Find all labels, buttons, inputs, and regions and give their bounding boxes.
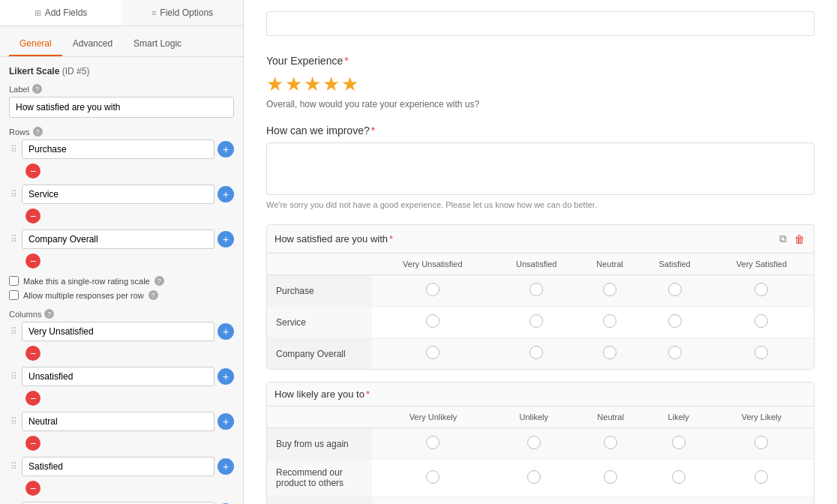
multiple-responses-help-icon[interactable]: ? (148, 290, 158, 300)
sub-tab-smart-logic[interactable]: Smart Logic (123, 32, 192, 56)
likert-2-cell-2-3[interactable] (574, 460, 648, 496)
star-4[interactable]: ★ (322, 73, 340, 96)
add-row-1-button[interactable]: + (218, 141, 234, 158)
likert-1-copy-button[interactable]: ⧉ (778, 231, 788, 247)
likert-1-col-header-4: Satisfied (640, 254, 710, 275)
star-2[interactable]: ★ (285, 73, 302, 96)
single-row-help-icon[interactable]: ? (154, 276, 164, 286)
add-row-3-button[interactable]: + (218, 231, 234, 248)
drag-handle-1[interactable]: ⠿ (9, 142, 19, 156)
drag-handle-col-1[interactable]: ⠿ (9, 325, 19, 338)
row-item-1: ⠿ + (9, 140, 234, 159)
rows-help-icon[interactable]: ? (33, 127, 43, 136)
col-item-1: ⠿ + (9, 322, 234, 341)
row-input-2[interactable] (22, 184, 214, 204)
columns-section: Columns ? ⠿ + − ⠿ + − ⠿ + (9, 309, 234, 504)
col-input-3[interactable] (22, 412, 214, 431)
drag-handle-col-3[interactable]: ⠿ (9, 415, 19, 428)
likert-1-cell-3-5[interactable] (710, 338, 814, 370)
star-1[interactable]: ★ (266, 73, 284, 96)
likert-2-cell-3-2[interactable] (494, 496, 574, 505)
label-help-icon[interactable]: ? (32, 84, 42, 94)
top-tabs: ⊞ Add Fields ≡ Field Options (0, 0, 243, 26)
likert-1-cell-2-2[interactable] (494, 307, 580, 338)
add-row-2-button[interactable]: + (218, 186, 234, 202)
drag-handle-3[interactable]: ⠿ (9, 232, 19, 246)
checkbox-single-row-input[interactable] (9, 276, 19, 286)
experience-section: Your Experience* ★ ★ ★ ★ ★ Overall, how … (266, 55, 814, 110)
tab-field-options[interactable]: ≡ Field Options (122, 0, 243, 26)
likert-1-cell-1-3[interactable] (580, 275, 640, 307)
tab-add-fields[interactable]: ⊞ Add Fields (0, 0, 122, 26)
drag-handle-col-2[interactable]: ⠿ (9, 370, 19, 383)
col-input-1[interactable] (22, 322, 214, 341)
likert-1-cell-1-2[interactable] (494, 275, 580, 307)
improve-textarea[interactable] (266, 142, 814, 195)
likert-1-cell-2-4[interactable] (640, 307, 710, 338)
add-fields-icon: ⊞ (34, 8, 41, 18)
drag-handle-2[interactable]: ⠿ (9, 188, 19, 201)
likert-1-cell-1-5[interactable] (710, 275, 814, 307)
row-input-1[interactable] (22, 140, 214, 159)
likert-2-cell-3-5[interactable] (710, 496, 814, 505)
likert-1-col-header-empty (267, 254, 372, 275)
add-col-1-button[interactable]: + (218, 323, 234, 340)
likert-2-cell-1-2[interactable] (494, 428, 574, 460)
remove-row-1-button[interactable]: − (26, 164, 40, 178)
checkbox-multiple-responses-label: Allow multiple responses per row (23, 291, 144, 300)
likert-2-cell-2-4[interactable] (648, 460, 710, 496)
remove-col-1-button[interactable]: − (26, 346, 40, 361)
remove-row-2-button[interactable]: − (26, 208, 40, 224)
likert-2-cell-2-2[interactable] (494, 460, 574, 496)
likert-2-cell-1-5[interactable] (710, 428, 814, 460)
right-panel: Your Experience* ★ ★ ★ ★ ★ Overall, how … (244, 0, 837, 504)
remove-row-3-button[interactable]: − (26, 254, 40, 268)
likert-2-cell-3-1[interactable] (372, 496, 494, 505)
search-input[interactable] (266, 11, 814, 36)
sub-tab-general[interactable]: General (9, 32, 62, 56)
checkbox-multiple-responses-input[interactable] (9, 290, 19, 300)
columns-help-icon[interactable]: ? (44, 309, 54, 319)
sub-tabs: General Advanced Smart Logic (0, 26, 243, 57)
col-input-2[interactable] (22, 367, 214, 386)
likert-2-cell-1-3[interactable] (574, 428, 648, 460)
likert-1-cell-3-2[interactable] (494, 338, 580, 370)
likert-1-cell-1-4[interactable] (640, 275, 710, 307)
star-3[interactable]: ★ (304, 73, 321, 96)
drag-handle-col-4[interactable]: ⠿ (9, 460, 19, 473)
likert-2-cell-1-1[interactable] (372, 428, 494, 460)
col-item-2: ⠿ + (9, 367, 234, 386)
likert-2-cell-3-3[interactable] (574, 496, 648, 505)
row-input-3[interactable] (22, 230, 214, 249)
stars[interactable]: ★ ★ ★ ★ ★ (266, 73, 814, 96)
col-input-4[interactable] (22, 457, 214, 476)
likert-1-delete-button[interactable]: 🗑 (793, 231, 806, 247)
likert-2-cell-2-1[interactable] (372, 460, 494, 496)
likert-1-cell-3-4[interactable] (640, 338, 710, 370)
checkboxes-section: Make this a single-row rating scale ? Al… (9, 276, 234, 300)
remove-col-4-button[interactable]: − (26, 481, 40, 496)
likert-1-cell-1-1[interactable] (372, 275, 494, 307)
row-item-3: ⠿ + (9, 230, 234, 249)
likert-2-cell-1-4[interactable] (648, 428, 710, 460)
remove-col-2-button[interactable]: − (26, 391, 40, 406)
likert-1-cell-2-1[interactable] (372, 307, 494, 338)
star-5[interactable]: ★ (341, 73, 358, 96)
remove-col-3-button[interactable]: − (26, 436, 40, 451)
likert-1-actions: ⧉ 🗑 (778, 231, 806, 247)
add-col-3-button[interactable]: + (218, 413, 234, 430)
likert-1-cell-2-5[interactable] (710, 307, 814, 338)
likert-2-cell-2-5[interactable] (710, 460, 814, 496)
likert-1-cell-3-3[interactable] (580, 338, 640, 370)
likert-2-col-header-5: Very Likely (710, 406, 814, 428)
sub-tab-advanced[interactable]: Advanced (62, 32, 123, 56)
likert-1-cell-2-3[interactable] (580, 307, 640, 338)
likert-2-cell-3-4[interactable] (648, 496, 710, 505)
remove-row-2-container: − (9, 208, 234, 224)
add-col-4-button[interactable]: + (218, 458, 234, 475)
left-panel: ⊞ Add Fields ≡ Field Options General Adv… (0, 0, 244, 504)
remove-row-1-container: − (9, 164, 234, 178)
add-col-2-button[interactable]: + (218, 368, 234, 385)
likert-1-cell-3-1[interactable] (372, 338, 494, 370)
label-input[interactable] (9, 97, 234, 118)
